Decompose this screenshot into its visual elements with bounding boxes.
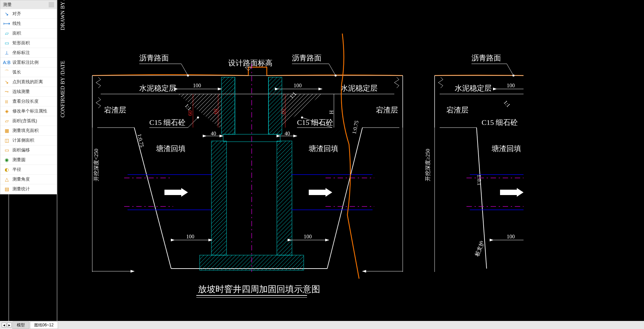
align-icon: ↘ (4, 11, 10, 17)
tool-scale[interactable]: A:B设置标注比例 (0, 58, 57, 67)
dim-60-l2: 60 (187, 110, 193, 116)
tool-label: 对齐 (12, 11, 21, 17)
tab-prev-btn[interactable]: ◄ (2, 323, 6, 327)
tool-label: 设置标注比例 (12, 59, 39, 65)
dim-100-bl: 100 (186, 234, 194, 239)
tool-label: 修改单个标注属性 (12, 108, 47, 114)
tool-label: 面积(含弧线) (12, 118, 37, 124)
tool-continuous[interactable]: ⤳连续测量 (0, 87, 57, 97)
lbl-backfill-r: 塘渣回填 (308, 144, 338, 153)
area-icon: ▱ (4, 30, 10, 36)
segment-icon: ⫼ (4, 98, 10, 104)
svg-rect-26 (268, 77, 282, 134)
lbl-depth1: 开挖深度<250 (93, 149, 99, 181)
scale-icon: A:B (4, 59, 10, 65)
arc-len-icon: ⌒ (4, 69, 10, 75)
dim-100-tl: 100 (193, 83, 201, 88)
circle-icon: ◉ (4, 157, 10, 163)
stats-icon: ▤ (4, 186, 10, 192)
dim-40-r: 40 (285, 131, 290, 136)
lbl-asphalt-r: 沥青路面 (292, 54, 321, 62)
lbl-pile: 桩支护 (474, 240, 485, 257)
lbl-design-elev: 设计路面标高 (228, 59, 273, 67)
tool-radius[interactable]: ◐半径 (0, 165, 57, 175)
tool-label: 坐标标注 (12, 50, 30, 56)
tool-label: 弧长 (12, 69, 21, 75)
dim-100-b2: 100 (507, 234, 515, 239)
side-area-icon: ◫ (4, 137, 10, 143)
svg-rect-27 (211, 141, 227, 255)
tool-linear[interactable]: ⟼线性 (0, 19, 57, 29)
rect-area-icon: ▭ (4, 40, 10, 46)
slope-11-2: 1:1 (503, 99, 511, 108)
tool-label: 点到直线的距离 (12, 79, 43, 85)
tool-stats[interactable]: ▤测量统计 (0, 184, 57, 194)
tool-label: 半径 (12, 167, 21, 173)
radius-icon: ◐ (4, 167, 10, 173)
tool-segment[interactable]: ⫼查看分段长度 (0, 97, 57, 106)
slope-01: 1:0.1 (476, 175, 482, 186)
area-arc-icon: ▱ (4, 118, 10, 124)
lbl-asphalt-2: 沥青路面 (472, 54, 501, 62)
tool-align[interactable]: ↘对齐 (0, 9, 57, 19)
drawing-title: 放坡时窨井四周加固回填示意图 (198, 284, 320, 294)
coord-icon: ⊥ (4, 50, 10, 56)
dim-H: H (329, 110, 334, 114)
dim-100-tr: 100 (294, 83, 302, 88)
tool-area[interactable]: ▱面积 (0, 29, 57, 38)
lbl-cement-r: 水泥稳定层 (341, 84, 378, 92)
tool-angle[interactable]: △测量角度 (0, 175, 57, 184)
dim-40-l: 40 (211, 131, 216, 136)
panel-min-btn[interactable] (49, 2, 54, 7)
tool-side-area[interactable]: ◫计算侧面积 (0, 136, 57, 145)
slope-075-r: 1:0.75 (351, 120, 359, 135)
tab-next-btn[interactable]: ► (7, 323, 12, 327)
tool-label: 测量统计 (12, 186, 30, 192)
lbl-c15-r: C15 细石砼 (297, 118, 333, 127)
tool-label: 连续测量 (12, 89, 30, 95)
panel-header[interactable]: 测量 (0, 0, 57, 9)
svg-rect-25 (221, 77, 235, 134)
tool-label: 面积 (12, 30, 21, 36)
lbl-rubble-r: 宕渣层 (376, 106, 398, 114)
measure-panel: 测量 ↘对齐⟼线性▱面积▭矩形面积⊥坐标标注A:B设置标注比例⌒弧长↘点到直线的… (0, 0, 57, 194)
fill-area-icon: ▦ (4, 128, 10, 134)
svg-point-6 (197, 116, 199, 119)
tool-area-arc[interactable]: ▱面积(含弧线) (0, 116, 57, 126)
tool-label: 线性 (12, 20, 21, 27)
dim-100-2: 100 (507, 83, 515, 88)
tool-fill-area[interactable]: ▦测量填充面积 (0, 126, 57, 136)
drawing-canvas[interactable]: 责任人 / 日期 DRAWN BY /DATE 工件名称 / 日期 CONFIR… (0, 0, 644, 329)
edit-dim-icon: ◈ (4, 108, 10, 114)
lbl-asphalt-l: 沥青路面 (139, 54, 169, 62)
angle-icon: △ (4, 176, 10, 182)
tool-arc-len[interactable]: ⌒弧长 (0, 67, 57, 77)
lbl-drawn: DRAWN BY /DATE (60, 0, 65, 30)
tool-circle[interactable]: ◉测量圆 (0, 155, 57, 165)
lbl-cement-l: 水泥稳定层 (139, 84, 176, 92)
tool-label: 矩形面积 (12, 40, 30, 46)
tool-rect-area[interactable]: ▭矩形面积 (0, 38, 57, 48)
tool-label: 测量圆 (12, 157, 26, 163)
tool-label: 查看分段长度 (12, 98, 39, 104)
tab-model[interactable]: 模型 (12, 321, 29, 329)
panel-title: 测量 (3, 2, 12, 8)
svg-rect-28 (277, 141, 292, 255)
lbl-confirm: CONFIRMED BY /DATE (60, 61, 65, 117)
tool-area-offset[interactable]: ▭面积偏移 (0, 145, 57, 155)
tab-sheet[interactable]: 图纸06~12 (30, 321, 58, 329)
lbl-backfill-2: 塘渣回填 (491, 144, 521, 153)
tool-label: 测量角度 (12, 176, 30, 182)
tool-edit-dim[interactable]: ◈修改单个标注属性 (0, 106, 57, 116)
lbl-c15-l: C15 细石砼 (149, 118, 186, 127)
tool-label: 计算侧面积 (12, 137, 34, 143)
svg-point-7 (301, 116, 303, 119)
continuous-icon: ⤳ (4, 89, 10, 95)
tool-pt-line[interactable]: ↘点到直线的距离 (0, 77, 57, 87)
lbl-cement-2: 水泥稳定层 (455, 84, 492, 92)
tool-coord[interactable]: ⊥坐标标注 (0, 48, 57, 58)
dim-100-br: 100 (304, 234, 312, 239)
lbl-c15-2: C15 细石砼 (482, 118, 518, 127)
pt-line-icon: ↘ (4, 79, 10, 85)
lbl-backfill-l: 塘渣回填 (156, 144, 186, 153)
